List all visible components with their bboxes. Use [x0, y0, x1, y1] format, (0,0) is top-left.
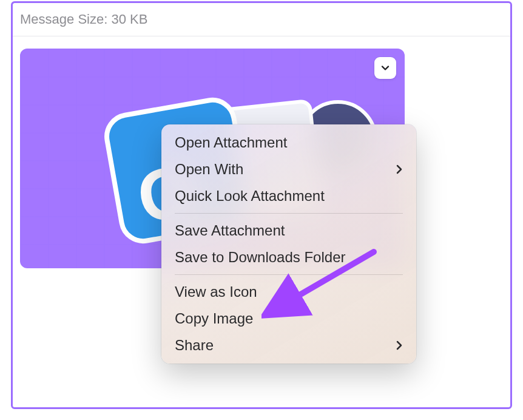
menu-separator [175, 213, 403, 214]
menu-item-label: Save Attachment [175, 222, 285, 239]
menu-item-label: View as Icon [175, 283, 257, 300]
menu-item-quick-look[interactable]: Quick Look Attachment [161, 183, 416, 209]
chevron-right-icon [396, 164, 403, 175]
menu-item-view-as-icon[interactable]: View as Icon [161, 279, 416, 305]
message-size-label: Message Size: 30 KB [13, 3, 510, 36]
menu-item-save-downloads[interactable]: Save to Downloads Folder [161, 244, 416, 271]
menu-item-label: Copy Image [175, 310, 253, 327]
chevron-right-icon [396, 340, 403, 351]
menu-separator [175, 274, 403, 275]
menu-item-copy-image[interactable]: Copy Image [161, 305, 416, 332]
menu-item-label: Share [175, 337, 214, 354]
window-frame: Message Size: 30 KB O Open Attachment Op… [11, 1, 512, 409]
attachment-context-menu: Open Attachment Open With Quick Look Att… [161, 124, 416, 364]
menu-item-open-attachment[interactable]: Open Attachment [161, 129, 416, 156]
menu-item-save-attachment[interactable]: Save Attachment [161, 217, 416, 244]
chevron-down-icon [380, 63, 390, 73]
menu-item-open-with[interactable]: Open With [161, 156, 416, 183]
menu-item-label: Open With [175, 161, 243, 178]
menu-item-label: Quick Look Attachment [175, 188, 325, 205]
menu-item-label: Open Attachment [175, 134, 287, 151]
attachment-menu-button[interactable] [374, 57, 396, 79]
menu-item-share[interactable]: Share [161, 332, 416, 359]
menu-item-label: Save to Downloads Folder [175, 249, 345, 266]
